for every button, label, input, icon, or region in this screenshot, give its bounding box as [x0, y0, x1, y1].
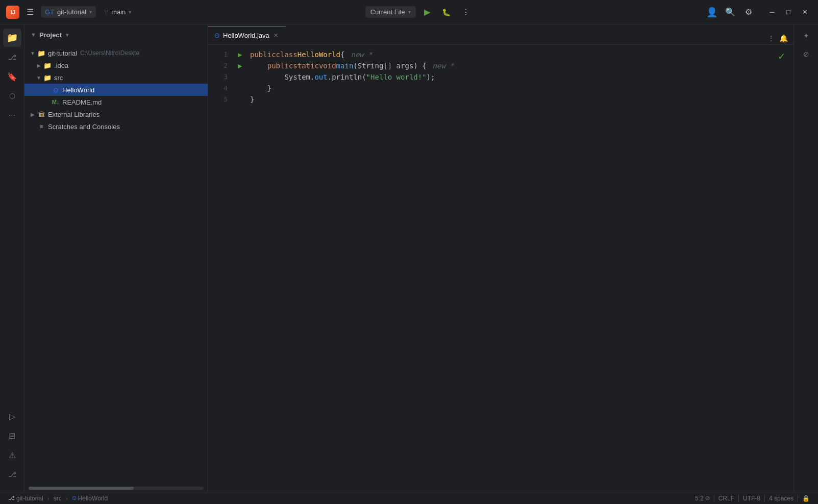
- project-tree: ▼ 📁 git-tutorial C:\Users\Nitro\Deskte ▶…: [24, 45, 208, 485]
- code-line-1: public class HelloWorld { new *: [250, 49, 794, 60]
- run-gutter: ▶ ▶ ▶ ▶ ▶: [234, 45, 246, 492]
- tree-item-idea[interactable]: ▶ 📁 .idea: [24, 59, 208, 71]
- sidebar-icon-problems[interactable]: ⚠: [3, 446, 21, 464]
- editor-right-sidebar: ✦ ⊘: [794, 24, 818, 492]
- run-line-3: ▶: [234, 71, 246, 83]
- sidebar-icon-project[interactable]: 📁: [3, 29, 21, 47]
- tabs-more-button[interactable]: ⋮: [765, 32, 777, 44]
- code-line-5: }: [250, 94, 794, 105]
- git-branch-icon: ⎇: [8, 495, 15, 501]
- statusbar-git[interactable]: ⎇ git-tutorial: [6, 493, 45, 503]
- statusbar-line-ending[interactable]: CRLF: [716, 493, 736, 503]
- check-icon: ✓: [778, 51, 785, 62]
- debug-button[interactable]: 🐛: [438, 4, 455, 20]
- statusbar-file[interactable]: ⊙ HelloWorld: [70, 493, 110, 503]
- tree-item-root[interactable]: ▼ 📁 git-tutorial C:\Users\Nitro\Deskte: [24, 47, 208, 59]
- tree-item-readme[interactable]: M↓ README.md: [24, 96, 208, 108]
- main-area: 📁 ⎇ 🔖 ⬡ ··· ▷ ⊟ ⚠ ⎇ ▼ Project ▾ ▼ 📁 git-…: [0, 24, 818, 492]
- run-config-selector[interactable]: Current File ▾: [365, 6, 416, 18]
- line-numbers: 1 2 3 4 5: [208, 45, 234, 492]
- sidebar-icon-run[interactable]: ▷: [3, 407, 21, 425]
- tree-item-src[interactable]: ▼ 📁 src: [24, 71, 208, 84]
- tree-item-extlibs[interactable]: ▶ 🏛 External Libraries: [24, 108, 208, 120]
- ai-assistant-button[interactable]: ✦: [799, 29, 813, 43]
- run-line-5: ▶: [234, 94, 246, 105]
- sidebar-icon-git-bottom[interactable]: ⎇: [3, 465, 21, 484]
- tabs-actions: ⋮ 🔔: [761, 32, 794, 44]
- tree-item-scratches[interactable]: ▶ ≡ Scratches and Consoles: [24, 120, 208, 133]
- tab-java-icon: ⊙: [214, 32, 220, 39]
- close-button[interactable]: ✕: [798, 5, 812, 19]
- statusbar-cursor[interactable]: 5:2 ⊘: [693, 493, 712, 503]
- branch-selector[interactable]: ⑂ main ▾: [100, 6, 135, 18]
- editor-tabs: ⊙ HelloWorld.java ✕ ⋮ 🔔: [208, 24, 794, 45]
- statusbar-indent[interactable]: 4 spaces: [767, 493, 796, 503]
- profile-button[interactable]: 👤: [704, 4, 720, 20]
- run-button[interactable]: ▶: [419, 4, 435, 20]
- editor-area: ⊙ HelloWorld.java ✕ ⋮ 🔔 1 2 3 4 5 ▶: [208, 24, 794, 492]
- sidebar-icon-bookmarks[interactable]: 🔖: [3, 67, 21, 86]
- panel-scrollbar-thumb: [29, 487, 134, 490]
- maximize-button[interactable]: □: [781, 5, 796, 19]
- minimize-button[interactable]: ─: [765, 5, 779, 19]
- sidebar-icon-more[interactable]: ···: [3, 106, 21, 124]
- more-options-button[interactable]: ⋮: [458, 4, 474, 20]
- titlebar: IJ ☰ GT git-tutorial ▾ ⑂ main ▾ Current …: [0, 0, 818, 24]
- tree-item-helloworld[interactable]: ⊙ HelloWorld: [24, 84, 208, 96]
- run-line-2[interactable]: ▶: [234, 60, 246, 71]
- scrollbar-track[interactable]: ⊘: [799, 47, 813, 61]
- icon-sidebar: 📁 ⎇ 🔖 ⬡ ··· ▷ ⊟ ⚠ ⎇: [0, 24, 24, 492]
- statusbar-lock[interactable]: 🔒: [800, 493, 812, 503]
- project-header[interactable]: ▼ Project ▾: [24, 24, 208, 45]
- icon-sidebar-top: 📁 ⎇ 🔖 ⬡ ···: [3, 29, 21, 406]
- panel-scrollbar[interactable]: [29, 487, 204, 490]
- project-panel: ▼ Project ▾ ▼ 📁 git-tutorial C:\Users\Ni…: [24, 24, 208, 492]
- sidebar-icon-git[interactable]: ⎇: [3, 48, 21, 66]
- run-line-4: ▶: [234, 83, 246, 94]
- titlebar-center: Current File ▾ ▶ 🐛 ⋮: [139, 4, 700, 20]
- lock-icon: 🔒: [802, 495, 810, 502]
- code-line-3: System.out.println("Hello world!");: [250, 71, 794, 83]
- run-line-1[interactable]: ▶: [234, 49, 246, 60]
- titlebar-actions: 👤 🔍 ⚙ ─ □ ✕: [704, 4, 812, 20]
- code-line-4: }: [250, 83, 794, 94]
- settings-button[interactable]: ⚙: [740, 4, 757, 20]
- statusbar: ⎇ git-tutorial › src › ⊙ HelloWorld 5:2 …: [0, 492, 818, 504]
- project-selector[interactable]: GT git-tutorial ▾: [41, 6, 96, 18]
- tab-close-button[interactable]: ✕: [272, 31, 279, 40]
- menu-button[interactable]: ☰: [23, 5, 37, 19]
- statusbar-encoding[interactable]: UTF-8: [741, 493, 762, 503]
- code-content[interactable]: public class HelloWorld { new * public s…: [246, 45, 794, 492]
- code-line-2: public static void main(String[] args) {…: [250, 60, 794, 71]
- icon-sidebar-bottom: ▷ ⊟ ⚠ ⎇: [3, 407, 21, 488]
- search-button[interactable]: 🔍: [722, 4, 738, 20]
- code-editor[interactable]: 1 2 3 4 5 ▶ ▶ ▶ ▶ ▶ public class HelloWo…: [208, 45, 794, 492]
- sidebar-icon-structure[interactable]: ⬡: [3, 87, 21, 105]
- sidebar-icon-terminal[interactable]: ⊟: [3, 426, 21, 445]
- app-logo: IJ: [6, 6, 19, 19]
- statusbar-dir[interactable]: src: [52, 493, 64, 503]
- tab-helloworld[interactable]: ⊙ HelloWorld.java ✕: [208, 26, 286, 44]
- notification-button[interactable]: 🔔: [777, 32, 789, 44]
